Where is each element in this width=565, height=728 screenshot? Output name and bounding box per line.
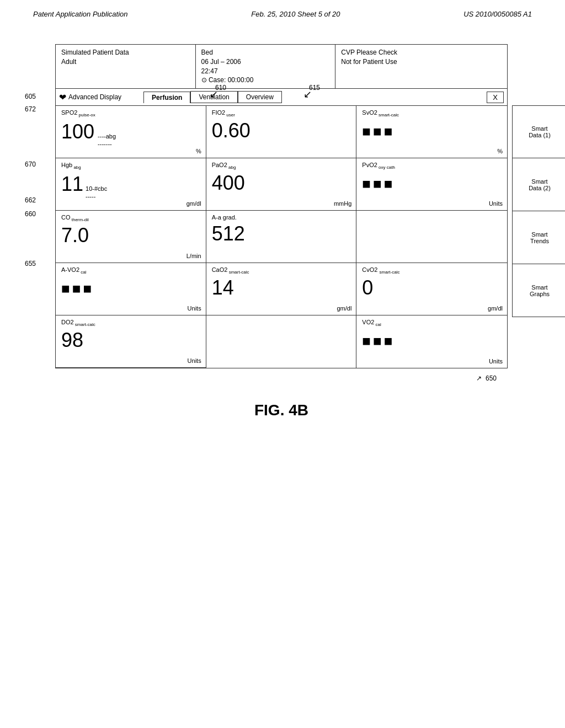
smart-data-1-btn[interactable]: SmartData (1) xyxy=(512,105,565,158)
bed-time: 22:47 xyxy=(201,67,330,76)
main-content: Simulated Patient Data Adult Bed 06 Jul … xyxy=(55,44,508,419)
cell-empty1 xyxy=(356,211,507,263)
cell-cao2: CaO2 smart-calc 14 gm/dl xyxy=(206,263,357,315)
ref-605: 605 xyxy=(25,93,36,100)
header-left: Patent Application Publication xyxy=(33,10,128,18)
pvo2-label: PvO2 oxy cath xyxy=(362,162,502,170)
info-cell-bed: Bed 06 Jul – 2006 22:47 ⊙ Case: 00:00:00 xyxy=(196,45,336,88)
co-unit: L/min xyxy=(186,253,201,259)
info-cell-cvp: CVP Please Check Not for Patient Use xyxy=(335,45,507,88)
smart-trends-btn[interactable]: SmartTrends xyxy=(512,211,565,264)
ref-650: ↗ 650 xyxy=(476,374,497,382)
cell-vo2: VO2 cal ■■■ Units xyxy=(356,315,507,368)
ref-660: 660 xyxy=(25,210,36,218)
do2-unit: Units xyxy=(188,357,201,364)
vo2-label: VO2 cal xyxy=(362,319,502,327)
co-label: CO therm-dil xyxy=(61,214,200,222)
aa-grad-value: 512 xyxy=(212,224,351,244)
info-cell-patient: Simulated Patient Data Adult xyxy=(56,45,196,88)
patent-header: Patent Application Publication Feb. 25, … xyxy=(0,0,565,23)
spo2-label: SPO2 pulse-ox xyxy=(61,109,200,117)
vo2-value: ■■■ xyxy=(362,333,502,350)
spo2-unit: % xyxy=(196,148,201,154)
cell-pao2: PaO2 abg 400 mmHg xyxy=(206,158,357,211)
cao2-value: 14 xyxy=(212,278,351,298)
hgb-cbc: 10-#cbc ----- xyxy=(86,185,107,200)
bed-label: Bed xyxy=(201,48,330,57)
patient-data-label: Simulated Patient Data xyxy=(61,48,190,57)
fio2-label: FIO2 user xyxy=(212,109,351,117)
cvo2-unit: gm/dl xyxy=(488,305,503,312)
avo2-label: A-VO2 cal xyxy=(61,266,200,275)
hgb-unit: gm/dl xyxy=(186,200,201,207)
hgb-value: 11 xyxy=(61,174,83,194)
heart-icon: ❤ xyxy=(59,92,66,103)
grid-wrapper: SPO2 pulse-ox 100 ----abg ------- % FIO2… xyxy=(55,105,508,368)
ref-655: 655 xyxy=(25,260,36,267)
cell-empty2 xyxy=(206,315,357,368)
cell-svo2: SvO2 smart-calc ■■■ % xyxy=(356,106,507,158)
cell-hgb: Hgb abg 11 10-#cbc ----- gm/dl xyxy=(56,158,206,211)
pao2-label: PaO2 abg xyxy=(212,162,351,170)
info-bar: Simulated Patient Data Adult Bed 06 Jul … xyxy=(55,44,508,88)
aa-grad-label: A-a grad. xyxy=(212,214,351,221)
data-grid: SPO2 pulse-ox 100 ----abg ------- % FIO2… xyxy=(55,105,508,368)
do2-value: 98 xyxy=(61,330,200,350)
close-button[interactable]: X xyxy=(487,92,504,103)
ref-672: 672 xyxy=(25,105,36,113)
ref-615: 615 ↙ xyxy=(309,84,320,92)
cvp-line1: CVP Please Check xyxy=(341,48,502,57)
pvo2-value: ■■■ xyxy=(362,175,502,192)
tab-perfusion[interactable]: Perfusion xyxy=(143,92,190,103)
cvp-line2: Not for Patient Use xyxy=(341,57,502,67)
cell-pvo2: PvO2 oxy cath ■■■ Units xyxy=(356,158,507,211)
tab-bar: ❤ Advanced Display Perfusion Ventilation… xyxy=(55,88,508,105)
bed-date: 06 Jul – 2006 xyxy=(201,57,330,67)
cvo2-value: 0 xyxy=(362,278,502,298)
smart-panel: SmartData (1) SmartData (2) SmartTrends … xyxy=(512,105,565,317)
pvo2-unit: Units xyxy=(489,200,503,207)
header-center: Feb. 25, 2010 Sheet 5 of 20 xyxy=(251,10,340,18)
svo2-value: ■■■ xyxy=(362,123,502,140)
cell-fio2: FIO2 user 0.60 xyxy=(206,106,357,158)
ref-662: 662 xyxy=(25,196,36,204)
cell-co: CO therm-dil 7.0 L/min xyxy=(56,211,206,263)
pao2-value: 400 xyxy=(212,173,351,193)
vo2-unit: Units xyxy=(489,358,503,365)
page: Patent Application Publication Feb. 25, … xyxy=(0,0,565,728)
patient-type-label: Adult xyxy=(61,57,190,67)
smart-data-2-btn[interactable]: SmartData (2) xyxy=(512,158,565,211)
tab-overview[interactable]: Overview xyxy=(238,91,282,103)
avo2-value: ■■■ xyxy=(61,280,200,297)
smart-graphs-btn[interactable]: SmartGraphs xyxy=(512,264,565,317)
ref-610: 610 ↙ xyxy=(215,84,226,92)
hgb-label: Hgb abg xyxy=(61,162,200,170)
cell-aa-grad: A-a grad. 512 xyxy=(206,211,357,263)
fig-label: FIG. 4B xyxy=(55,402,508,419)
cell-spo2: SPO2 pulse-ox 100 ----abg ------- % xyxy=(56,106,206,158)
cao2-unit: gm/dl xyxy=(337,305,351,312)
ref-670: 670 xyxy=(25,160,36,168)
cell-cvo2: CvO2 smart-calc 0 gm/dl xyxy=(356,263,507,315)
header-right: US 2010/0050085 A1 xyxy=(463,10,532,18)
cell-avo2: A-VO2 cal ■■■ Units xyxy=(56,263,206,315)
cvo2-label: CvO2 smart-calc xyxy=(362,266,502,275)
svo2-label: SvO2 smart-calc xyxy=(362,109,502,117)
avo2-unit: Units xyxy=(188,305,201,312)
pao2-unit: mmHg xyxy=(334,200,351,207)
svo2-unit: % xyxy=(497,148,503,154)
fio2-value: 0.60 xyxy=(212,121,351,141)
cao2-label: CaO2 smart-calc xyxy=(212,266,351,275)
co-value: 7.0 xyxy=(61,226,200,245)
cell-do2: DO2 smart-calc 98 Units xyxy=(56,315,206,368)
spo2-abg: ----abg ------- xyxy=(98,133,116,147)
spo2-value: 100 xyxy=(61,122,94,142)
do2-label: DO2 smart-calc xyxy=(61,319,200,327)
advanced-display-label: Advanced Display xyxy=(68,93,121,101)
